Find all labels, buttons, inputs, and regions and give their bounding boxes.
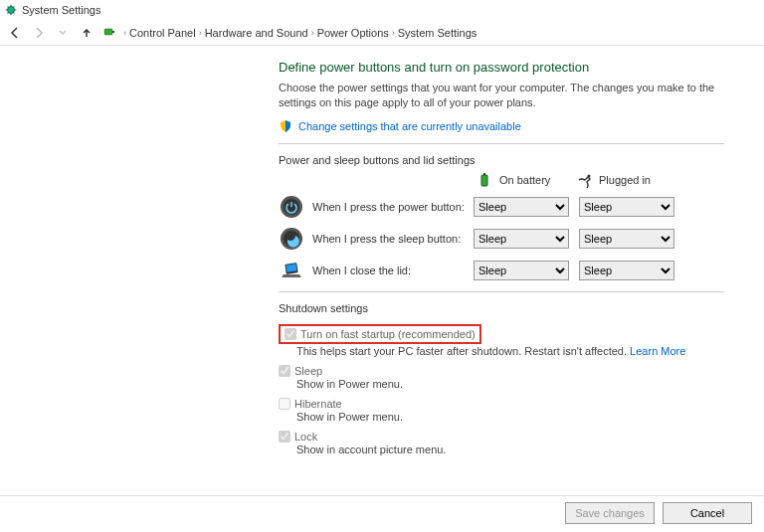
- breadcrumb-item[interactable]: Control Panel: [129, 27, 196, 39]
- hibernate-label: Hibernate: [294, 398, 342, 410]
- chevron-icon: ›: [199, 28, 202, 38]
- save-button[interactable]: Save changes: [565, 502, 655, 524]
- fast-startup-label: Turn on fast startup (recommended): [300, 328, 476, 340]
- svg-rect-3: [481, 175, 487, 186]
- row-label: When I press the power button:: [312, 201, 474, 213]
- svg-rect-4: [483, 173, 485, 175]
- back-button[interactable]: [6, 24, 24, 42]
- close-lid-row: When I close the lid: Sleep Sleep: [279, 258, 724, 283]
- plug-icon: [577, 172, 593, 188]
- breadcrumb-item[interactable]: Power Options: [317, 27, 389, 39]
- power-button-row: When I press the power button: Sleep Sle…: [279, 194, 724, 220]
- svg-rect-11: [286, 264, 296, 271]
- lock-label: Lock: [294, 431, 317, 443]
- sleep-button-plugged-select[interactable]: Sleep: [579, 229, 674, 249]
- recent-dropdown[interactable]: [54, 24, 72, 42]
- chevron-icon: ›: [392, 28, 395, 38]
- chevron-icon: ›: [123, 28, 126, 38]
- breadcrumb: › Control Panel › Hardware and Sound › P…: [123, 27, 477, 39]
- footer: Save changes Cancel: [0, 495, 764, 524]
- column-headers: On battery Plugged in: [279, 172, 724, 188]
- settings-icon: [4, 3, 18, 17]
- battery-label: On battery: [499, 174, 550, 186]
- battery-icon: [478, 172, 493, 188]
- lock-checkbox[interactable]: [279, 431, 290, 443]
- page-subtext: Choose the power settings that you want …: [279, 81, 724, 111]
- power-plan-icon: [101, 25, 117, 41]
- highlight-box: Turn on fast startup (recommended): [279, 324, 481, 344]
- fast-startup-item: Turn on fast startup (recommended) This …: [279, 324, 724, 357]
- svg-point-5: [588, 174, 591, 177]
- fast-startup-sub: This helps start your PC faster after sh…: [296, 345, 724, 357]
- chevron-icon: ›: [311, 28, 314, 38]
- sleep-button-battery-select[interactable]: Sleep: [474, 229, 569, 249]
- lock-item: Lock Show in account picture menu.: [279, 431, 724, 455]
- power-button-icon: [279, 194, 304, 220]
- sleep-item: Sleep Show in Power menu.: [279, 365, 724, 390]
- plugged-label: Plugged in: [599, 174, 651, 186]
- cancel-button[interactable]: Cancel: [663, 502, 752, 524]
- svg-rect-1: [104, 29, 112, 35]
- power-buttons-section: Power and sleep buttons and lid settings…: [279, 143, 724, 283]
- forward-button[interactable]: [30, 24, 48, 42]
- window-title: System Settings: [22, 4, 100, 16]
- shield-icon: [279, 119, 292, 133]
- elevation-link-row: Change settings that are currently unava…: [279, 119, 724, 133]
- svg-rect-2: [112, 31, 114, 33]
- hibernate-sub: Show in Power menu.: [296, 411, 724, 423]
- section-label: Power and sleep buttons and lid settings: [279, 154, 481, 166]
- close-lid-plugged-select[interactable]: Sleep: [579, 261, 674, 280]
- fast-startup-checkbox[interactable]: [285, 328, 296, 340]
- main-content: Define power buttons and turn on passwor…: [0, 46, 764, 455]
- power-button-battery-select[interactable]: Sleep: [474, 197, 569, 217]
- change-settings-link[interactable]: Change settings that are currently unava…: [298, 120, 521, 132]
- laptop-lid-icon: [279, 258, 304, 283]
- hibernate-item: Hibernate Show in Power menu.: [279, 398, 724, 423]
- section-label: Shutdown settings: [279, 302, 374, 314]
- sleep-button-row: When I press the sleep button: Sleep Sle…: [279, 226, 724, 252]
- close-lid-battery-select[interactable]: Sleep: [474, 261, 569, 280]
- breadcrumb-item[interactable]: Hardware and Sound: [205, 27, 308, 39]
- up-button[interactable]: [78, 24, 96, 42]
- battery-column-header: On battery: [478, 172, 577, 188]
- nav-bar: › Control Panel › Hardware and Sound › P…: [0, 20, 764, 46]
- plugged-column-header: Plugged in: [577, 172, 676, 188]
- page-heading: Define power buttons and turn on passwor…: [279, 60, 724, 75]
- titlebar: System Settings: [0, 0, 764, 20]
- row-label: When I press the sleep button:: [312, 233, 474, 245]
- sleep-checkbox[interactable]: [279, 365, 290, 377]
- sleep-label: Sleep: [294, 365, 322, 377]
- shutdown-section: Shutdown settings Turn on fast startup (…: [279, 291, 724, 455]
- power-button-plugged-select[interactable]: Sleep: [579, 197, 674, 217]
- row-label: When I close the lid:: [312, 265, 474, 276]
- sleep-sub: Show in Power menu.: [296, 378, 724, 390]
- hibernate-checkbox[interactable]: [279, 398, 290, 410]
- sleep-button-icon: [279, 226, 304, 252]
- learn-more-link[interactable]: Learn More: [630, 345, 685, 357]
- breadcrumb-item[interactable]: System Settings: [398, 27, 477, 39]
- lock-sub: Show in account picture menu.: [296, 443, 724, 455]
